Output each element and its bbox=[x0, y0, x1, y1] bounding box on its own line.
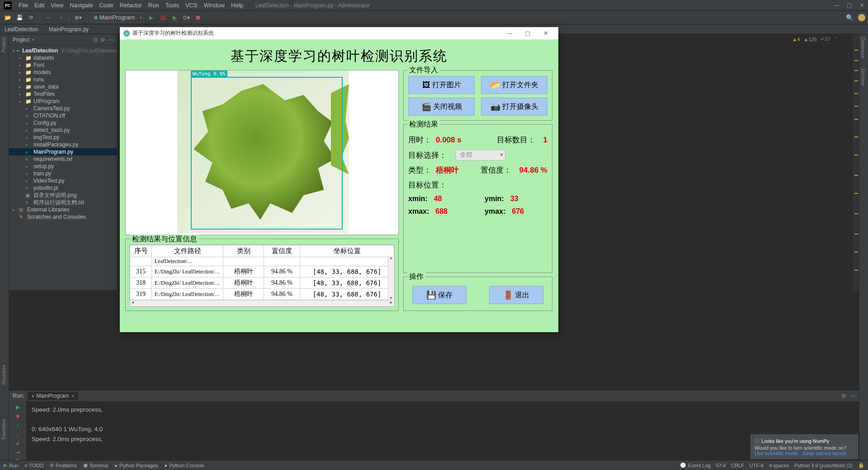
profile-icon[interactable]: ⊙▾ bbox=[181, 13, 191, 23]
tree-ext-libs[interactable]: External Libraries bbox=[27, 207, 69, 213]
search-icon[interactable]: 🔍 bbox=[846, 14, 854, 21]
menu-run[interactable]: Run bbox=[145, 1, 162, 9]
rail-database-label[interactable]: Database bbox=[859, 34, 867, 61]
tree-file[interactable]: 程序运行说明文档.txt bbox=[33, 199, 84, 207]
user-avatar-icon[interactable] bbox=[858, 14, 865, 21]
table-scrollbar-v[interactable] bbox=[388, 256, 394, 300]
inspection-widget[interactable]: ▲4 ▲126 ✔23 ⌃⌄ bbox=[792, 36, 845, 42]
editor-error-stripe[interactable] bbox=[853, 34, 859, 290]
tree-folder[interactable]: TestFiles bbox=[33, 91, 55, 97]
up-icon[interactable]: ↑ bbox=[13, 422, 22, 428]
tree-file[interactable]: 目录文件说明.png bbox=[33, 192, 76, 199]
down-icon[interactable]: ↓ bbox=[13, 431, 22, 437]
caret-position[interactable]: 57:4 bbox=[716, 462, 726, 468]
soft-wrap-icon[interactable]: ↲ bbox=[13, 440, 22, 446]
app-titlebar[interactable]: 基于深度学习的树叶检测识别系统 — ▢ ✕ bbox=[120, 27, 558, 40]
app-minimize-icon[interactable]: — bbox=[500, 30, 519, 37]
table-row[interactable]: 315E:/DingZhi/ LeafDetection/…梧桐叶94.86 %… bbox=[130, 266, 394, 277]
hide-icon[interactable]: — bbox=[850, 393, 855, 399]
save-button[interactable]: 💾保存 bbox=[412, 286, 467, 304]
exit-button[interactable]: 🚪退出 bbox=[489, 286, 543, 304]
add-config-icon[interactable]: ⊕▾ bbox=[73, 13, 83, 23]
status-todo[interactable]: ≡ TODO bbox=[24, 462, 43, 468]
tree-file[interactable]: yolov8n.pt bbox=[33, 185, 58, 191]
table-row[interactable]: 318E:/DingZhi/ LeafDetection/…梧桐叶94.86 %… bbox=[130, 277, 394, 289]
menu-navigate[interactable]: Navigate bbox=[66, 1, 96, 9]
table-scrollbar-h[interactable] bbox=[130, 300, 394, 306]
menu-refactor[interactable]: Refactor bbox=[117, 1, 145, 9]
menu-edit[interactable]: Edit bbox=[31, 1, 47, 9]
nav-fwd-icon[interactable]: → bbox=[56, 13, 66, 23]
python-interpreter[interactable]: Python 3.9 (yolov8test) (2) bbox=[794, 462, 853, 468]
open-image-button[interactable]: 🖼打开图片 bbox=[408, 76, 475, 94]
status-problems[interactable]: ⊘ Problems bbox=[50, 462, 76, 468]
tree-folder[interactable]: datasets bbox=[33, 55, 54, 61]
window-maximize-icon[interactable]: ▢ bbox=[847, 2, 852, 9]
notif-link-scientific[interactable]: Use scientific mode bbox=[755, 451, 797, 456]
tree-folder[interactable]: models bbox=[33, 69, 51, 75]
status-python-console[interactable]: ● Python Console bbox=[165, 462, 204, 468]
status-python-packages[interactable]: ● Python Packages bbox=[114, 462, 158, 468]
line-separator[interactable]: CRLF bbox=[731, 462, 744, 468]
tree-file[interactable]: VideoTest.py bbox=[33, 178, 65, 184]
rail-sciview-label[interactable]: SciView bbox=[859, 66, 867, 89]
tree-file[interactable]: installPackages.py bbox=[33, 141, 78, 148]
sync-icon[interactable]: ⟳ bbox=[26, 13, 36, 23]
open-icon[interactable]: 📂 bbox=[3, 13, 13, 23]
hide-icon[interactable]: — bbox=[108, 37, 113, 43]
settings-icon[interactable]: ⚙ bbox=[841, 393, 846, 399]
tree-file-selected[interactable]: MainProgram.py bbox=[33, 149, 73, 155]
scroll-end-icon[interactable]: ⇥ bbox=[13, 449, 22, 456]
file-encoding[interactable]: UTF-8 bbox=[750, 462, 764, 468]
tree-scratches[interactable]: Scratches and Consoles bbox=[27, 214, 86, 220]
tree-file[interactable]: detect_tools.py bbox=[33, 127, 70, 133]
results-table[interactable]: 序号 文件路径 类别 置信度 坐标位置 LeafDetection/… 315E… bbox=[130, 245, 394, 300]
menu-code[interactable]: Code bbox=[96, 1, 117, 9]
rail-project-label[interactable]: Project bbox=[0, 34, 7, 55]
crumb-file[interactable]: MainProgram.py bbox=[49, 26, 89, 33]
run-console[interactable]: Speed: 2.0ms preprocess, 0: 640x640 1 Wu… bbox=[26, 401, 859, 460]
tree-file[interactable]: imgTest.py bbox=[33, 134, 59, 141]
menu-file[interactable]: File bbox=[15, 1, 31, 9]
menu-view[interactable]: View bbox=[47, 1, 66, 9]
notif-link-keep[interactable]: Keep current layout... bbox=[802, 451, 850, 456]
crumb-root[interactable]: LeafDetection bbox=[5, 26, 38, 33]
open-camera-button[interactable]: 📷打开摄像头 bbox=[481, 98, 547, 116]
nav-back-icon[interactable]: ← bbox=[44, 13, 54, 23]
status-event-log[interactable]: 🕓 Event Log bbox=[680, 462, 711, 468]
stop-icon[interactable] bbox=[193, 13, 203, 23]
debug-icon[interactable]: 🐞 bbox=[158, 13, 168, 23]
tree-folder[interactable]: UIProgram bbox=[33, 98, 60, 104]
run-icon[interactable]: ▶ bbox=[146, 13, 156, 23]
rerun-icon[interactable]: ▶ bbox=[13, 404, 22, 410]
rail-structure-label[interactable]: Structure bbox=[0, 362, 7, 388]
indent-info[interactable]: 4 spaces bbox=[769, 462, 789, 468]
tree-file[interactable]: setup.py bbox=[33, 163, 54, 169]
window-minimize-icon[interactable]: — bbox=[834, 2, 840, 9]
app-maximize-icon[interactable]: ▢ bbox=[519, 30, 537, 37]
table-row[interactable]: LeafDetection/… bbox=[130, 257, 394, 266]
tree-file[interactable]: CITATION.cff bbox=[33, 113, 65, 119]
tree-folder[interactable]: save_data bbox=[33, 84, 58, 90]
settings-icon[interactable]: ⚙ bbox=[100, 37, 105, 43]
tree-folder[interactable]: runs bbox=[33, 76, 44, 83]
close-icon[interactable]: ✕ bbox=[71, 394, 75, 399]
target-select-dropdown[interactable]: 全部 bbox=[456, 150, 505, 160]
project-tree[interactable]: ▾▪LeafDetectionE:\DingZhi\LeafDetection … bbox=[9, 45, 117, 222]
run-tab[interactable]: ●MainProgram✕ bbox=[28, 392, 78, 400]
menu-vcs[interactable]: VCS bbox=[182, 1, 201, 9]
rail-favorites-label[interactable]: Favorites bbox=[0, 416, 7, 442]
status-run[interactable]: ▶Run bbox=[4, 462, 18, 468]
window-close-icon[interactable]: ✕ bbox=[859, 2, 864, 9]
coverage-icon[interactable]: ▶̲ bbox=[170, 13, 179, 23]
app-close-icon[interactable]: ✕ bbox=[537, 30, 555, 37]
table-row[interactable]: 319E:/DingZhi/ LeafDetection/…梧桐叶94.86 %… bbox=[130, 289, 394, 300]
tree-root[interactable]: LeafDetection bbox=[22, 47, 58, 54]
save-icon[interactable]: 💾 bbox=[14, 13, 24, 23]
tree-file[interactable]: Config.py bbox=[33, 120, 57, 126]
lock-icon[interactable]: 🔒 bbox=[858, 462, 864, 468]
menu-help[interactable]: Help bbox=[228, 1, 246, 9]
tree-file[interactable]: CameraTest.py bbox=[33, 105, 70, 112]
menu-tools[interactable]: Tools bbox=[162, 1, 182, 9]
open-folder-button[interactable]: 📂打开文件夹 bbox=[481, 76, 547, 94]
